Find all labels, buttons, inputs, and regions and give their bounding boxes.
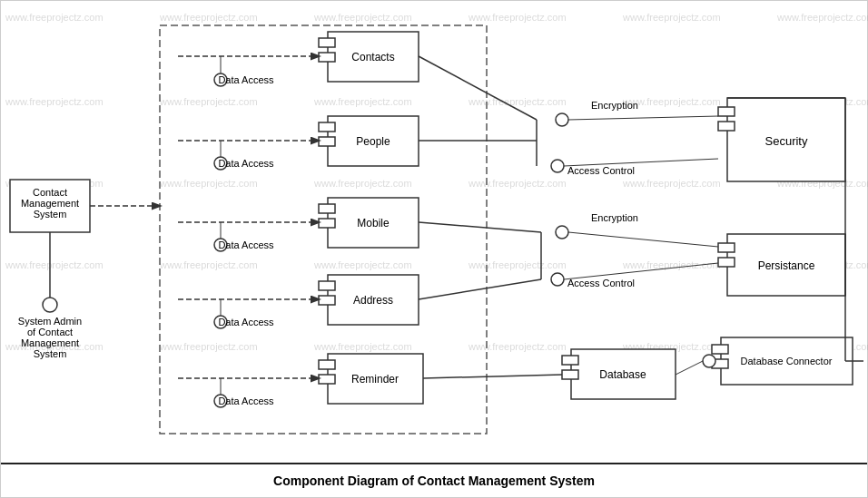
svg-text:System: System — [34, 209, 67, 220]
svg-rect-22 — [319, 137, 335, 146]
svg-rect-45 — [319, 360, 335, 369]
svg-rect-79 — [562, 356, 578, 365]
svg-line-71 — [568, 232, 718, 247]
svg-line-88 — [423, 375, 562, 378]
svg-rect-37 — [319, 281, 335, 290]
svg-line-76 — [419, 279, 541, 299]
svg-rect-83 — [712, 345, 728, 354]
svg-text:Data Access: Data Access — [218, 74, 274, 85]
svg-rect-29 — [319, 204, 335, 213]
svg-point-60 — [551, 160, 564, 172]
svg-text:of Contact: of Contact — [27, 327, 73, 337]
svg-text:Address: Address — [353, 294, 393, 307]
svg-line-61 — [564, 159, 718, 166]
svg-text:System: System — [34, 348, 67, 359]
svg-rect-13 — [319, 38, 335, 47]
diagram-title: Component Diagram of Contact Management … — [273, 474, 595, 488]
svg-text:Mobile: Mobile — [357, 217, 390, 229]
svg-rect-54 — [718, 122, 735, 131]
svg-text:People: People — [356, 135, 390, 148]
svg-text:Data Access: Data Access — [218, 239, 274, 250]
svg-line-75 — [419, 222, 541, 232]
svg-text:Data Access: Data Access — [218, 317, 274, 327]
svg-point-57 — [556, 113, 568, 126]
diagram-container: www.freeprojectz.com www.freeprojectz.co… — [0, 0, 868, 498]
svg-text:Reminder: Reminder — [351, 373, 399, 386]
svg-point-5 — [43, 298, 57, 312]
svg-text:Access Control: Access Control — [567, 165, 635, 176]
svg-text:Management: Management — [21, 337, 79, 348]
svg-text:Data Access: Data Access — [218, 395, 274, 406]
svg-rect-80 — [562, 370, 578, 379]
svg-text:Persistance: Persistance — [758, 259, 815, 272]
svg-rect-66 — [718, 243, 735, 252]
svg-text:Contacts: Contacts — [351, 51, 394, 63]
svg-line-74 — [564, 263, 718, 279]
uml-diagram: Contact Management System System Admin o… — [1, 1, 868, 498]
svg-rect-21 — [319, 122, 335, 132]
svg-rect-67 — [718, 258, 735, 267]
svg-rect-14 — [319, 53, 335, 62]
svg-text:Contact: Contact — [33, 187, 67, 198]
caption-bar: Component Diagram of Contact Management … — [1, 463, 867, 497]
svg-text:Encryption: Encryption — [591, 100, 638, 111]
svg-text:Database Connector: Database Connector — [741, 356, 833, 366]
svg-text:System Admin: System Admin — [18, 316, 82, 327]
svg-point-73 — [551, 273, 564, 286]
svg-rect-46 — [319, 375, 335, 384]
svg-line-58 — [568, 116, 718, 120]
svg-point-70 — [556, 226, 568, 239]
svg-point-86 — [703, 355, 715, 367]
svg-rect-53 — [718, 107, 735, 116]
svg-line-62 — [419, 56, 537, 120]
svg-text:Database: Database — [599, 368, 646, 381]
svg-rect-38 — [319, 296, 335, 305]
svg-line-87 — [676, 361, 703, 375]
svg-text:Access Control: Access Control — [567, 278, 635, 288]
svg-text:Management: Management — [21, 198, 79, 209]
svg-rect-0 — [160, 25, 487, 434]
svg-text:Security: Security — [765, 134, 808, 148]
svg-text:Encryption: Encryption — [591, 212, 638, 223]
svg-rect-30 — [319, 219, 335, 228]
svg-text:Data Access: Data Access — [218, 158, 274, 169]
